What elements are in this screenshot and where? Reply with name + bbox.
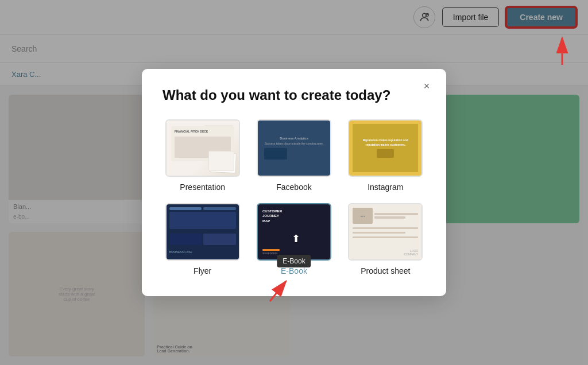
presentation-label: Presentation bbox=[180, 182, 225, 192]
ebook-thumbnail: CUSTOMERJOURNEYMAP 2024 EDITION ⬆ E-Book bbox=[257, 203, 331, 261]
item-instagram[interactable]: Reputation makes reputation and reputati… bbox=[346, 119, 425, 192]
flyer-thumbnail: BUSINESS CASE bbox=[165, 203, 240, 261]
modal-close-button[interactable]: × bbox=[419, 78, 435, 94]
item-facebook[interactable]: Business Analytics Success takes place o… bbox=[254, 119, 334, 192]
ebook-label: E-Book bbox=[281, 266, 307, 275]
modal-title: What do you want to create today? bbox=[163, 87, 425, 103]
item-ebook[interactable]: CUSTOMERJOURNEYMAP 2024 EDITION ⬆ E-Book bbox=[254, 203, 334, 275]
instagram-label: Instagram bbox=[368, 182, 403, 192]
item-presentation[interactable]: FINANCIAL PITCH DECK Presentation bbox=[163, 119, 242, 192]
product-sheet-label: Product sheet bbox=[361, 266, 410, 275]
product-sheet-thumbnail: ●●● LOGOCOMPANY bbox=[348, 203, 423, 261]
instagram-thumbnail: Reputation makes reputation and reputati… bbox=[348, 119, 423, 177]
item-product-sheet[interactable]: ●●● LOGOCOMPANY bbox=[346, 203, 425, 275]
create-modal: × What do you want to create today? FINA… bbox=[142, 69, 446, 296]
item-flyer[interactable]: BUSINESS CASE Flyer bbox=[163, 203, 242, 275]
cursor-icon: ⬆ bbox=[292, 232, 300, 245]
facebook-thumbnail: Business Analytics Success takes place o… bbox=[257, 119, 331, 177]
presentation-thumbnail: FINANCIAL PITCH DECK bbox=[165, 119, 240, 177]
facebook-label: Facebook bbox=[276, 182, 311, 192]
modal-overlay: × What do you want to create today? FINA… bbox=[0, 0, 588, 365]
ebook-tooltip: E-Book bbox=[277, 255, 311, 267]
flyer-label: Flyer bbox=[194, 266, 211, 275]
create-items-grid: FINANCIAL PITCH DECK Presentation bbox=[163, 119, 425, 275]
page-background: Import file Create new Search Xara C... … bbox=[0, 0, 588, 365]
